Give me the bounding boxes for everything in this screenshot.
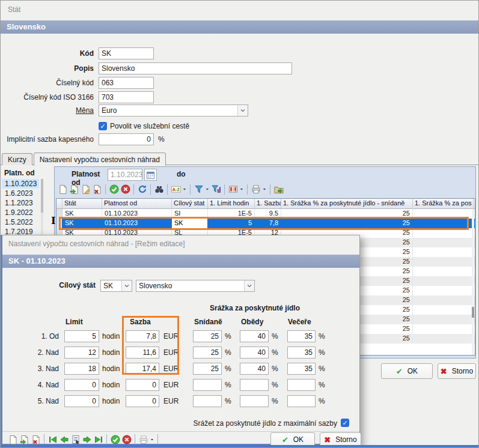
record-list-icon[interactable] — [70, 434, 81, 445]
povolit-checkbox[interactable]: ✓ — [99, 122, 107, 130]
sazba-column-header: Sazba — [130, 318, 151, 326]
sazba-input[interactable]: 11,6 — [126, 347, 159, 359]
column-header[interactable]: Cílový stat — [172, 199, 208, 208]
cancel-icon[interactable] — [121, 434, 132, 445]
column-header[interactable]: Platnost od — [102, 199, 172, 208]
chevron-down-icon[interactable] — [121, 280, 132, 291]
ok-button[interactable]: ✔ OK — [381, 363, 433, 379]
kod-field[interactable]: SK — [99, 47, 154, 59]
table-cell: 7,8 — [255, 219, 281, 228]
obedy-input[interactable]: 40 — [240, 363, 269, 375]
table-scrollbar[interactable] — [472, 210, 474, 355]
doc-import-icon[interactable] — [19, 434, 30, 445]
binoculars-icon[interactable] — [153, 184, 165, 195]
kapesne-field[interactable]: 0 — [99, 133, 154, 145]
column-header[interactable] — [56, 199, 63, 208]
sazba-input[interactable]: 0 — [126, 379, 159, 391]
platnost-od-date-input[interactable]: 1.10.2023 — [108, 169, 142, 181]
vecere-input[interactable]: 35 — [287, 330, 316, 342]
limit-hodin-input[interactable]: 0 — [64, 379, 99, 391]
chevron-down-icon[interactable] — [244, 280, 254, 291]
snidane-input[interactable] — [193, 395, 222, 407]
filter-icon[interactable] — [193, 184, 204, 195]
vecere-input[interactable]: 35 — [287, 363, 316, 375]
column-header[interactable]: Stát — [63, 199, 102, 208]
column-header[interactable]: 1. Limit hodin — [208, 199, 255, 208]
confirm-icon[interactable] — [109, 434, 121, 445]
obedy-input[interactable] — [240, 379, 269, 391]
obedy-input[interactable] — [240, 395, 269, 407]
table-row[interactable]: SK01.10.2023SK57,825 — [56, 219, 475, 228]
columns-icon[interactable] — [227, 184, 239, 195]
tab-kurzy[interactable]: Kurzy — [2, 153, 32, 165]
doc-new-icon[interactable] — [57, 184, 69, 195]
cilovy-stat-code-combobox[interactable]: SK — [100, 280, 132, 292]
filter-analysis-icon[interactable] — [210, 184, 222, 195]
ok-check-icon: ✔ — [282, 435, 288, 444]
dropdown-caret-icon[interactable] — [239, 184, 245, 195]
iso-field[interactable]: 703 — [99, 91, 154, 103]
confirm-icon[interactable] — [108, 184, 120, 195]
snidane-input[interactable]: 25 — [193, 363, 222, 375]
validity-list-item[interactable]: 1.6.2023 — [2, 189, 39, 198]
chevron-down-icon[interactable] — [237, 105, 248, 116]
calendar-button[interactable] — [144, 169, 157, 181]
cilovy-stat-name-combobox[interactable]: Slovensko — [136, 280, 255, 292]
tab-nastaveni-nahrad[interactable]: Nastavení vypočtu cestovních náhrad — [34, 153, 166, 166]
dropdown-caret-icon[interactable] — [149, 434, 155, 445]
column-header[interactable]: 1. Srážka % za poskytnuté jídlo - snídan… — [281, 199, 413, 208]
limit-column-header: Limit — [66, 318, 83, 326]
limit-row: 5. Nad0hodin0EUR%%% — [2, 395, 359, 407]
dropdown-caret-icon[interactable] — [182, 184, 188, 195]
popis-field[interactable]: Slovensko — [99, 62, 292, 74]
validity-list-item[interactable]: 1.1.2023 — [2, 198, 39, 208]
validity-list-item[interactable]: 1.5.2022 — [2, 217, 39, 227]
sazba-input[interactable]: 17,4 — [126, 363, 159, 375]
doc-delete-icon[interactable] — [30, 434, 41, 445]
column-header[interactable]: 1. Sazba — [255, 199, 281, 208]
percent-label: % — [319, 348, 325, 357]
snidane-input[interactable]: 25 — [193, 347, 222, 359]
folder-export-icon[interactable] — [273, 184, 284, 195]
validity-list-item[interactable]: 1.10.2023 — [2, 179, 39, 189]
table-cell — [413, 334, 474, 344]
sort-az-icon[interactable]: A-Z — [170, 184, 182, 195]
dropdown-caret-icon[interactable] — [204, 184, 210, 195]
vecere-input[interactable] — [287, 379, 316, 391]
storno-button[interactable]: ✖ Storno — [438, 363, 476, 379]
iso-label: Číselný kód ISO 3166 — [1, 93, 94, 101]
validity-list-item[interactable]: 1.9.2022 — [2, 208, 39, 217]
mena-combobox[interactable]: Euro — [99, 104, 248, 117]
limit-hodin-input[interactable]: 18 — [64, 363, 99, 375]
nav-first-icon[interactable] — [47, 434, 58, 445]
limit-row: 3. Nad18hodin17,4EUR25%40%35% — [2, 363, 359, 375]
limit-hodin-input[interactable]: 5 — [64, 330, 99, 342]
obedy-input[interactable]: 40 — [240, 330, 269, 342]
nav-next-icon[interactable] — [81, 434, 93, 445]
table-row[interactable]: SK01.10.2023SI1E-59.525 — [56, 209, 475, 219]
snidane-input[interactable] — [193, 379, 222, 391]
print-icon[interactable] — [250, 184, 261, 195]
doc-new-icon[interactable] — [7, 434, 19, 445]
dropdown-caret-icon[interactable] — [261, 184, 267, 195]
print-disabled-icon[interactable] — [138, 434, 149, 445]
sazba-input[interactable]: 0 — [126, 395, 159, 407]
sazba-input[interactable]: 7,8 — [126, 330, 159, 342]
cancel-icon[interactable] — [120, 184, 131, 195]
nav-prev-icon[interactable] — [58, 434, 70, 445]
limit-hodin-input[interactable]: 0 — [64, 395, 99, 407]
ciselny-kod-field[interactable]: 063 — [99, 77, 154, 89]
validity-scrollbar[interactable] — [41, 179, 43, 237]
refresh-icon[interactable] — [136, 184, 148, 195]
max-sazba-checkbox[interactable]: ✓ — [341, 419, 349, 427]
vecere-input[interactable] — [287, 395, 316, 407]
vecere-input[interactable]: 35 — [287, 347, 316, 359]
column-header[interactable]: 1. Srážka % za pos — [413, 199, 474, 208]
limit-hodin-input[interactable]: 12 — [64, 347, 99, 359]
doc-edit-icon[interactable] — [80, 184, 91, 195]
nav-last-icon[interactable] — [93, 434, 104, 445]
snidane-input[interactable]: 25 — [193, 330, 222, 342]
doc-import-icon[interactable] — [69, 184, 80, 195]
obedy-input[interactable]: 40 — [240, 347, 269, 359]
doc-delete-icon[interactable] — [91, 184, 103, 195]
